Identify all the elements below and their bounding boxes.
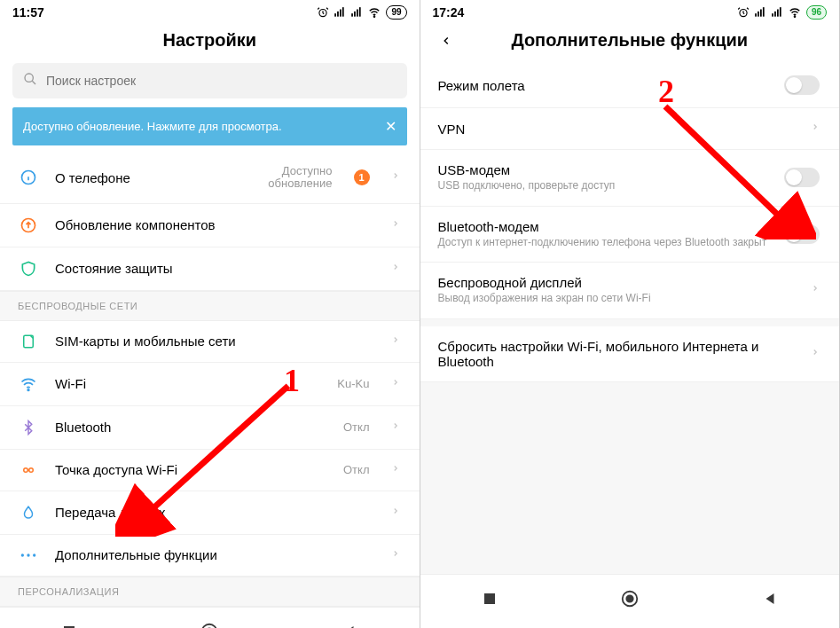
- row-title: Wi-Fi: [55, 376, 321, 391]
- phone-left: 11:57 99 Настройки Доступно обновление. …: [0, 0, 420, 628]
- recent-apps-button[interactable]: [61, 624, 77, 628]
- status-bar: 11:57 99: [0, 0, 420, 21]
- chevron-right-icon: [811, 282, 820, 298]
- row-more-functions[interactable]: Дополнительные функции: [0, 535, 420, 577]
- close-icon[interactable]: ✕: [385, 118, 396, 135]
- svg-point-10: [25, 74, 33, 82]
- row-title: Bluetooth-модем: [438, 219, 769, 234]
- row-hotspot[interactable]: Точка доступа Wi-Fi Откл: [0, 450, 420, 491]
- svg-rect-5: [352, 13, 354, 17]
- chevron-right-icon: [391, 334, 400, 349]
- row-vpn[interactable]: VPN: [420, 108, 840, 150]
- svg-rect-25: [758, 12, 759, 17]
- svg-point-15: [24, 467, 28, 472]
- svg-rect-24: [755, 13, 757, 17]
- search-input[interactable]: [46, 74, 396, 88]
- more-icon: [18, 552, 39, 559]
- back-button[interactable]: [341, 624, 357, 628]
- signal-icon: [754, 6, 766, 19]
- search-icon: [23, 72, 37, 90]
- row-bt-tether[interactable]: Bluetooth-модем Доступ к интернет-подклю…: [420, 207, 840, 263]
- chevron-right-icon: [391, 547, 400, 563]
- back-icon[interactable]: [440, 32, 452, 54]
- upload-icon: [18, 216, 39, 234]
- row-value: Откл: [343, 420, 370, 434]
- row-bluetooth[interactable]: Bluetooth Откл: [0, 406, 420, 450]
- svg-rect-4: [342, 7, 344, 17]
- shield-icon: [18, 260, 39, 278]
- svg-rect-2: [337, 12, 339, 17]
- row-title: Точка доступа Wi-Fi: [55, 462, 327, 477]
- page-title: Настройки: [162, 30, 256, 51]
- row-title: USB-модем: [438, 162, 769, 177]
- svg-rect-33: [484, 593, 495, 604]
- svg-point-16: [29, 467, 34, 472]
- back-button[interactable]: [762, 591, 778, 610]
- alarm-icon: [737, 6, 750, 19]
- home-button[interactable]: [620, 589, 640, 612]
- row-components-update[interactable]: Обновление компонентов: [0, 204, 420, 247]
- row-title: Bluetooth: [55, 420, 327, 435]
- battery-indicator: 99: [386, 5, 406, 20]
- svg-point-18: [27, 553, 29, 556]
- nav-bar: [420, 574, 840, 628]
- svg-rect-3: [340, 10, 341, 17]
- row-subtitle: Доступ к интернет-подключению телефона ч…: [438, 236, 769, 250]
- row-title: Беспроводной дисплей: [438, 275, 796, 290]
- row-title: Состояние защиты: [55, 261, 375, 276]
- row-reset-network[interactable]: Сбросить настройки Wi-Fi, мобильного Инт…: [420, 326, 840, 382]
- empty-area: [420, 382, 840, 574]
- nav-bar: [0, 607, 420, 628]
- row-data-usage[interactable]: Передача данных: [0, 491, 420, 535]
- phone-right: 17:24 96 Дополнительные функции Режим по…: [420, 0, 841, 628]
- row-subtitle: USB подключено, проверьте доступ: [438, 179, 769, 193]
- search-box[interactable]: [12, 63, 407, 98]
- row-subtitle: Вывод изображения на экран по сети Wi-Fi: [438, 292, 796, 306]
- chevron-right-icon: [391, 462, 400, 478]
- chevron-right-icon: [811, 346, 820, 362]
- bluetooth-icon: [18, 419, 39, 436]
- row-wireless-display[interactable]: Беспроводной дисплей Вывод изображения н…: [420, 263, 840, 319]
- svg-rect-30: [777, 10, 779, 17]
- page-title: Дополнительные функции: [511, 30, 748, 51]
- toggle-usb[interactable]: [784, 168, 820, 187]
- row-usb-tether[interactable]: USB-модем USB подключено, проверьте дост…: [420, 150, 840, 207]
- toggle-bt-tether[interactable]: [784, 224, 820, 244]
- toggle-airplane[interactable]: [784, 75, 820, 95]
- row-wifi[interactable]: Wi-Fi Ku-Ku: [0, 363, 420, 406]
- svg-rect-29: [774, 12, 776, 17]
- row-value: Ku-Ku: [337, 377, 369, 390]
- svg-rect-31: [780, 7, 781, 17]
- status-time: 17:24: [433, 5, 465, 20]
- row-value: Откл: [343, 463, 370, 476]
- signal-icon-2: [771, 6, 783, 19]
- row-about-phone[interactable]: О телефоне Доступно обновление 1: [0, 153, 420, 204]
- update-banner[interactable]: Доступно обновление. Нажмите для просмот…: [12, 107, 407, 145]
- home-button[interactable]: [200, 622, 219, 628]
- row-title: Сбросить настройки Wi-Fi, мобильного Инт…: [438, 339, 796, 369]
- svg-point-14: [27, 389, 29, 390]
- row-security-status[interactable]: Состояние защиты: [0, 247, 420, 291]
- status-time: 11:57: [12, 5, 44, 20]
- signal-icon-2: [350, 6, 363, 19]
- alarm-icon: [317, 6, 329, 19]
- row-sim[interactable]: SIM-карты и мобильные сети: [0, 321, 420, 363]
- section-wireless: БЕСПРОВОДНЫЕ СЕТИ: [0, 291, 420, 321]
- row-title: Обновление компонентов: [55, 217, 375, 232]
- row-title: SIM-карты и мобильные сети: [55, 334, 375, 349]
- chevron-right-icon: [391, 376, 400, 392]
- recent-apps-button[interactable]: [482, 591, 498, 610]
- svg-point-32: [794, 16, 795, 17]
- page-header: Настройки: [0, 21, 420, 63]
- row-title: Режим полета: [438, 78, 769, 93]
- svg-rect-28: [772, 13, 773, 17]
- row-title: VPN: [438, 122, 796, 137]
- svg-point-17: [21, 553, 24, 556]
- row-airplane[interactable]: Режим полета: [420, 63, 840, 108]
- banner-text: Доступно обновление. Нажмите для просмот…: [23, 120, 282, 133]
- svg-rect-6: [354, 12, 356, 17]
- chevron-right-icon: [391, 169, 400, 185]
- wifi-icon: [367, 6, 381, 19]
- svg-rect-27: [763, 7, 765, 17]
- row-title: Дополнительные функции: [55, 547, 375, 562]
